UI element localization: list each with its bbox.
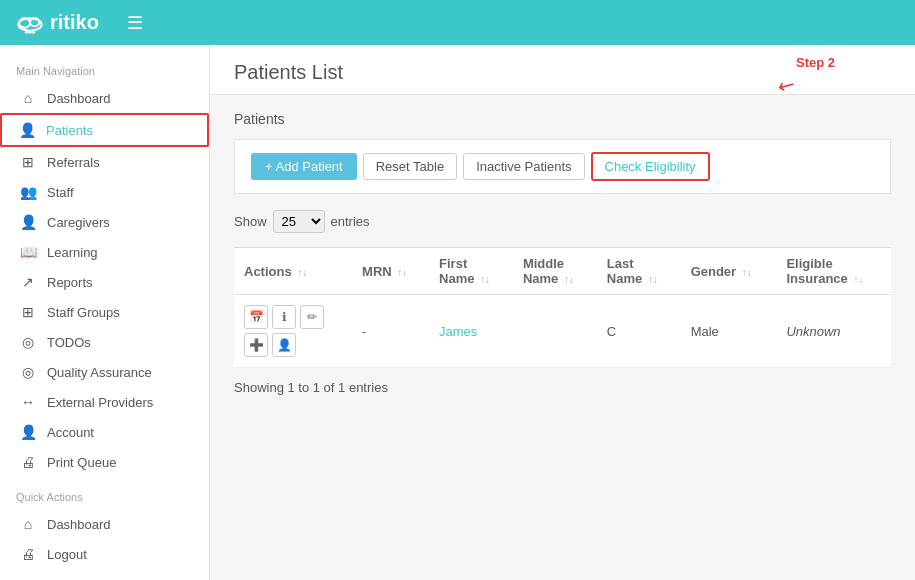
sidebar-item-learning[interactable]: 📖 Learning [0,237,209,267]
page-title: Patients List [234,61,891,84]
sidebar-item-print-queue[interactable]: 🖨 Print Queue [0,447,209,477]
topbar: ritiko ☰ [0,0,915,45]
sidebar-item-caregivers[interactable]: 👤 Caregivers [0,207,209,237]
inactive-patients-button[interactable]: Inactive Patients [463,153,584,180]
cell-middle-name [513,295,597,368]
sidebar: Main Navigation ⌂ Dashboard 👤 Patients ⊞… [0,45,210,580]
sidebar-item-label: Print Queue [47,455,116,470]
col-mrn: MRN ↑↓ [352,248,429,295]
main-content: Step 1 ➘ Step 2 ↙ Patients List Patients… [210,45,915,580]
sidebar-item-reports[interactable]: ↗ Reports [0,267,209,297]
referrals-icon: ⊞ [19,154,37,170]
col-first-name: FirstName ↑↓ [429,248,513,295]
sidebar-item-quality-assurance[interactable]: ◎ Quality Assurance [0,357,209,387]
sort-icon: ↑↓ [480,274,490,285]
check-eligibility-button[interactable]: Check Eligibility [591,152,710,181]
learning-icon: 📖 [19,244,37,260]
home-icon: ⌂ [19,90,37,106]
content-area: Patients + Add Patient Reset Table Inact… [210,95,915,411]
sidebar-item-label: Caregivers [47,215,110,230]
person-icon[interactable]: 👤 [272,333,296,357]
sidebar-item-label: Account [47,425,94,440]
sidebar-item-account[interactable]: 👤 Account [0,417,209,447]
todos-icon: ◎ [19,334,37,350]
cell-first-name: James [429,295,513,368]
sidebar-item-label: Referrals [47,155,100,170]
logo-icon [16,9,44,37]
sort-icon: ↑↓ [297,267,307,278]
section-label: Patients [234,111,891,127]
staff-icon: 👥 [19,184,37,200]
sidebar-item-patients[interactable]: 👤 Patients [0,113,209,147]
sidebar-item-label: Staff [47,185,74,200]
action-icons: 📅 ℹ ✏ ➕ 👤 [244,305,324,357]
quick-dashboard-icon: ⌂ [19,516,37,532]
sidebar-item-staff[interactable]: 👥 Staff [0,177,209,207]
sidebar-item-quick-dashboard[interactable]: ⌂ Dashboard [0,509,209,539]
staff-groups-icon: ⊞ [19,304,37,320]
add-patient-button[interactable]: + Add Patient [251,153,357,180]
sidebar-item-label: Staff Groups [47,305,120,320]
col-last-name: LastName ↑↓ [597,248,681,295]
edit-icon[interactable]: ✏ [300,305,324,329]
add-icon[interactable]: ➕ [244,333,268,357]
sidebar-item-label: Quality Assurance [47,365,152,380]
patients-table: Actions ↑↓ MRN ↑↓ FirstName ↑↓ MiddleNam… [234,247,891,368]
cell-last-name: C [597,295,681,368]
sidebar-item-external-providers[interactable]: ↔ External Providers [0,387,209,417]
info-icon[interactable]: ℹ [272,305,296,329]
reports-icon: ↗ [19,274,37,290]
sort-icon: ↑↓ [742,267,752,278]
calendar-icon[interactable]: 📅 [244,305,268,329]
show-entries: Show 10 25 50 100 entries [234,210,891,233]
sidebar-item-label: Patients [46,123,93,138]
sidebar-item-referrals[interactable]: ⊞ Referrals [0,147,209,177]
sort-icon: ↑↓ [648,274,658,285]
toolbar: + Add Patient Reset Table Inactive Patie… [234,139,891,194]
entries-label: entries [331,214,370,229]
caregivers-icon: 👤 [19,214,37,230]
sidebar-item-label: Logout [47,547,87,562]
sort-icon: ↑↓ [853,274,863,285]
patients-icon: 👤 [18,122,36,138]
first-name-link[interactable]: James [439,324,477,339]
sidebar-item-label: Learning [47,245,98,260]
main-nav-label: Main Navigation [0,61,209,83]
sidebar-item-label: Dashboard [47,91,111,106]
sidebar-item-label: Dashboard [47,517,111,532]
cell-eligible-insurance: Unknown [776,295,891,368]
sidebar-item-label: External Providers [47,395,153,410]
cell-actions: 📅 ℹ ✏ ➕ 👤 [234,295,352,368]
quality-assurance-icon: ◎ [19,364,37,380]
sidebar-item-quick-logout[interactable]: 🖨 Logout [0,539,209,569]
sidebar-item-label: Reports [47,275,93,290]
cell-gender: Male [681,295,777,368]
hamburger-button[interactable]: ☰ [127,12,143,34]
col-actions: Actions ↑↓ [234,248,352,295]
sidebar-item-label: TODOs [47,335,91,350]
col-eligible-insurance: EligibleInsurance ↑↓ [776,248,891,295]
col-middle-name: MiddleName ↑↓ [513,248,597,295]
cell-mrn: - [352,295,429,368]
sidebar-item-staff-groups[interactable]: ⊞ Staff Groups [0,297,209,327]
col-gender: Gender ↑↓ [681,248,777,295]
table-row: 📅 ℹ ✏ ➕ 👤 - James [234,295,891,368]
sidebar-item-dashboard[interactable]: ⌂ Dashboard [0,83,209,113]
footer-text: Showing 1 to 1 of 1 entries [234,380,891,395]
quick-actions-label: Quick Actions [0,487,209,509]
page-header: Patients List [210,45,915,95]
external-providers-icon: ↔ [19,394,37,410]
reset-table-button[interactable]: Reset Table [363,153,457,180]
logo-text: ritiko [50,11,99,34]
print-queue-icon: 🖨 [19,454,37,470]
show-label: Show [234,214,267,229]
entries-select[interactable]: 10 25 50 100 [273,210,325,233]
sort-icon: ↑↓ [397,267,407,278]
sort-icon: ↑↓ [564,274,574,285]
account-icon: 👤 [19,424,37,440]
sidebar-item-todos[interactable]: ◎ TODOs [0,327,209,357]
logout-icon: 🖨 [19,546,37,562]
logo: ritiko [16,9,99,37]
layout: Main Navigation ⌂ Dashboard 👤 Patients ⊞… [0,45,915,580]
